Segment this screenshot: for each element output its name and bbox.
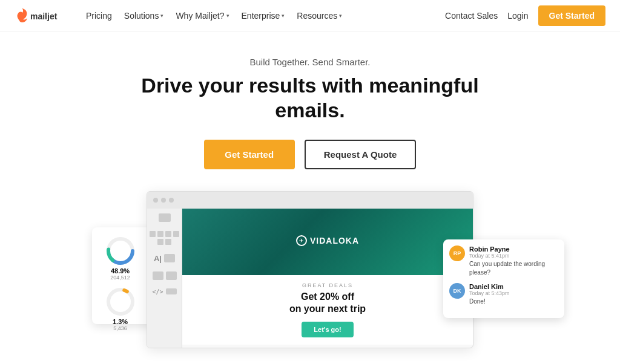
mockup-area: 48.9% 204,512 22.3% 93,264 1.3%: [0, 191, 620, 360]
donut-chart-1: [104, 235, 137, 267]
email-hero-image: ✈ VIDALOKA: [182, 209, 473, 275]
why-caret: ▾: [226, 13, 229, 19]
email-offer-title: Get 20% off on your next trip: [192, 291, 463, 316]
link-icon[interactable]: [166, 288, 177, 294]
metric1-sub: 204,512: [110, 275, 130, 281]
chat-meta-1: Robin Payne Today at 5:41pm Can you upda…: [469, 245, 558, 277]
hero-subtitle: Build Together. Send Smarter.: [249, 57, 370, 67]
login-link[interactable]: Login: [507, 11, 528, 21]
editor-grid-icons: [147, 229, 182, 247]
logo[interactable]: mailjet: [15, 7, 69, 24]
chat-message-2: DK Daniel Kim Today at 5:43pm Done!: [449, 283, 558, 306]
request-quote-button[interactable]: Request A Quote: [305, 140, 417, 169]
chat-time-2: Today at 5:43pm: [469, 290, 510, 296]
vidaloka-icon: ✈: [296, 235, 307, 246]
browser-content: A| </> ✈ VIDALOKA: [147, 209, 473, 348]
metric-unsub-rate: 1.3% 5,436: [99, 285, 141, 331]
browser-dot-2: [161, 198, 166, 203]
resources-caret: ▾: [339, 13, 342, 19]
nav-resources[interactable]: Resources ▾: [297, 11, 342, 21]
editor-text-row: A|: [154, 254, 175, 263]
nav-why-mailjet[interactable]: Why Mailjet? ▾: [176, 11, 229, 21]
metric1-value: 48.9%: [111, 267, 130, 275]
chat-text-1: Can you update the wording please?: [469, 260, 558, 277]
avatar-robin: RP: [449, 245, 465, 261]
svg-point-6: [108, 290, 133, 314]
browser-dot-1: [153, 198, 158, 203]
browser-bar: [147, 192, 473, 209]
widget-icon[interactable]: [166, 271, 177, 280]
avatar-daniel: DK: [449, 283, 465, 299]
email-cta-button[interactable]: Let's go!: [302, 322, 353, 337]
browser-window: A| </> ✈ VIDALOKA: [147, 191, 473, 348]
icon-layout-3[interactable]: [165, 231, 171, 237]
metric-open-rate: 48.9% 204,512: [99, 235, 141, 281]
get-started-hero-button[interactable]: Get Started: [204, 140, 295, 169]
editor-more-icons: [153, 271, 177, 280]
nav-enterprise[interactable]: Enterprise ▾: [242, 11, 285, 21]
get-started-nav-button[interactable]: Get Started: [538, 5, 605, 26]
icon-layout-4[interactable]: [173, 231, 179, 237]
hero-buttons: Get Started Request A Quote: [204, 140, 417, 169]
navbar: mailjet Pricing Solutions ▾ Why Mailjet?…: [0, 0, 620, 31]
metric3-sub: 5,436: [113, 325, 127, 331]
solutions-caret: ▾: [160, 13, 163, 19]
vidaloka-logo: ✈ VIDALOKA: [296, 235, 359, 246]
chat-text-2: Done!: [469, 297, 510, 306]
image-icon[interactable]: [164, 254, 175, 262]
editor-top-icon: [159, 213, 171, 222]
nav-links: Pricing Solutions ▾ Why Mailjet? ▾ Enter…: [86, 11, 445, 21]
video-icon[interactable]: [153, 271, 163, 280]
svg-text:mailjet: mailjet: [30, 11, 58, 21]
icon-layout-5[interactable]: [157, 239, 163, 245]
vidaloka-name: VIDALOKA: [310, 236, 359, 245]
chat-name-1: Robin Payne: [469, 245, 558, 253]
hero-section: Build Together. Send Smarter. Drive your…: [0, 31, 620, 191]
code-icon[interactable]: </>: [152, 288, 163, 295]
email-deals-label: GREAT DEALS: [192, 282, 463, 288]
chat-message-1: RP Robin Payne Today at 5:41pm Can you u…: [449, 245, 558, 277]
email-body: GREAT DEALS Get 20% off on your next tri…: [182, 275, 473, 345]
icon-layout-2[interactable]: [157, 231, 163, 237]
browser-dot-3: [169, 198, 174, 203]
nav-solutions[interactable]: Solutions ▾: [124, 11, 164, 21]
donut-chart-3: [104, 285, 137, 318]
nav-pricing[interactable]: Pricing: [86, 11, 112, 21]
text-icon[interactable]: A|: [154, 254, 162, 263]
icon-layout-1[interactable]: [150, 231, 156, 237]
metric3-value: 1.3%: [113, 318, 128, 325]
email-preview: ✈ VIDALOKA GREAT DEALS Get 20% off on yo…: [182, 209, 473, 348]
nav-right: Contact Sales Login Get Started: [445, 5, 605, 26]
hero-title: Drive your results with meaningful email…: [104, 73, 516, 123]
chat-name-2: Daniel Kim: [469, 283, 510, 290]
enterprise-caret: ▾: [282, 13, 285, 19]
contact-sales-link[interactable]: Contact Sales: [445, 11, 498, 21]
chat-card: RP Robin Payne Today at 5:41pm Can you u…: [443, 239, 564, 318]
icon-layout-6[interactable]: [165, 239, 171, 245]
editor-sidebar: A| </>: [147, 209, 182, 348]
chat-meta-2: Daniel Kim Today at 5:43pm Done!: [469, 283, 510, 306]
chat-time-1: Today at 5:41pm: [469, 253, 558, 259]
editor-code-row: </>: [152, 288, 176, 295]
